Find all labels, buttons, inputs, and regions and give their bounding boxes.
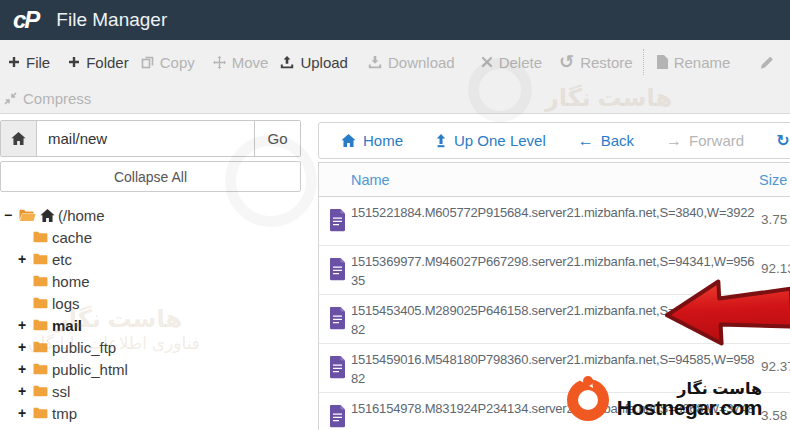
column-header-size[interactable]: Size bbox=[759, 172, 787, 188]
compress-icon bbox=[4, 92, 17, 105]
file-size: 92.37 bbox=[761, 310, 790, 325]
expand-icon[interactable]: + bbox=[18, 383, 33, 399]
home-icon bbox=[40, 209, 55, 222]
go-button[interactable]: Go bbox=[254, 121, 300, 156]
plus-icon bbox=[68, 56, 80, 68]
path-home-button[interactable] bbox=[1, 121, 37, 156]
folder-icon bbox=[33, 319, 48, 331]
rename-button-label: Rename bbox=[674, 54, 731, 71]
rename-button[interactable]: Rename bbox=[656, 54, 731, 71]
toolbar: File Folder Copy Move Upload Download De… bbox=[0, 40, 790, 114]
folder-icon bbox=[33, 363, 48, 375]
download-button[interactable]: Download bbox=[368, 54, 455, 71]
tree-item-tmp[interactable]: + tmp bbox=[0, 402, 308, 424]
copy-button-label: Copy bbox=[160, 54, 195, 71]
file-button[interactable]: File bbox=[8, 54, 50, 71]
tree-item-home[interactable]: home bbox=[0, 270, 308, 292]
file-name: 1515453405.M289025P646158.server21.mizba… bbox=[351, 301, 755, 339]
arrow-left-icon: ← bbox=[578, 133, 594, 149]
delete-button[interactable]: Delete bbox=[481, 54, 542, 71]
tree-item-public-ftp[interactable]: + public_ftp bbox=[0, 336, 308, 358]
nav-forward-button[interactable]: → Forward bbox=[666, 132, 744, 149]
download-button-label: Download bbox=[388, 54, 455, 71]
expand-icon[interactable]: + bbox=[18, 317, 33, 333]
table-row[interactable]: 1515453405.M289025P646158.server21.mizba… bbox=[319, 295, 790, 344]
tree-item-logs[interactable]: logs bbox=[0, 292, 308, 314]
home-icon bbox=[11, 132, 26, 145]
document-icon bbox=[328, 258, 347, 285]
pencil-icon bbox=[760, 55, 775, 69]
folder-button[interactable]: Folder bbox=[68, 54, 129, 71]
nav-back-button[interactable]: ← Back bbox=[578, 132, 634, 149]
tree-item-ssl[interactable]: + ssl bbox=[0, 380, 308, 402]
upload-icon bbox=[280, 56, 294, 69]
x-icon bbox=[481, 56, 493, 68]
nav-back-label: Back bbox=[601, 132, 634, 149]
hostnegar-branding: هاست نگار Hostnegar.com bbox=[565, 374, 762, 426]
upload-button[interactable]: Upload bbox=[280, 54, 348, 71]
tree-item-home-root[interactable]: − (/home bbox=[0, 204, 308, 226]
open-folder-icon bbox=[19, 209, 36, 222]
collapse-icon[interactable]: − bbox=[4, 207, 19, 223]
move-icon bbox=[213, 56, 226, 69]
compress-button-label: Compress bbox=[23, 90, 91, 107]
folder-icon bbox=[33, 297, 48, 309]
document-icon bbox=[328, 209, 347, 236]
folder-icon bbox=[33, 407, 48, 419]
expand-icon[interactable]: + bbox=[18, 251, 33, 267]
document-icon bbox=[328, 307, 347, 334]
nav-forward-label: Forward bbox=[689, 132, 744, 149]
delete-button-label: Delete bbox=[499, 54, 542, 71]
tree-item-label: (/home bbox=[58, 207, 105, 224]
path-bar: Go bbox=[0, 120, 301, 157]
tree-item-label: mail bbox=[52, 317, 82, 334]
plus-icon bbox=[8, 56, 20, 68]
restore-button[interactable]: ↺ Restore bbox=[559, 53, 633, 71]
copy-button[interactable]: Copy bbox=[141, 54, 195, 71]
tree-item-etc[interactable]: + etc bbox=[0, 248, 308, 270]
file-nav-bar: Home Up One Level ← Back → Forward ↻ Rel… bbox=[318, 122, 790, 159]
collapse-all-button[interactable]: Collapse All bbox=[0, 161, 301, 192]
nav-up-one-level-button[interactable]: Up One Level bbox=[435, 132, 546, 149]
directory-tree: − (/home cache + etc home logs + mail + … bbox=[0, 204, 308, 424]
hostnegar-logo-icon bbox=[565, 374, 611, 426]
tree-item-cache[interactable]: cache bbox=[0, 226, 308, 248]
expand-icon[interactable]: + bbox=[18, 405, 33, 421]
file-name: 1515221884.M605772P915684.server21.mizba… bbox=[351, 203, 755, 222]
nav-reload-button[interactable]: ↻ Reload bbox=[776, 132, 790, 149]
document-icon bbox=[328, 405, 347, 430]
tree-item-label: ssl bbox=[52, 383, 70, 400]
tree-item-mail[interactable]: + mail bbox=[0, 314, 308, 336]
tree-item-public-html[interactable]: + public_html bbox=[0, 358, 308, 380]
cpanel-logo: cP bbox=[13, 6, 38, 34]
nav-home-label: Home bbox=[363, 132, 403, 149]
arrow-right-icon: → bbox=[666, 133, 682, 149]
tree-item-label: public_ftp bbox=[52, 339, 116, 356]
edit-button[interactable] bbox=[760, 55, 775, 69]
folder-icon bbox=[33, 385, 48, 397]
table-row[interactable]: 1515221884.M605772P915684.server21.mizba… bbox=[319, 197, 790, 246]
column-header-name[interactable]: Name bbox=[351, 172, 390, 188]
tree-item-label: logs bbox=[52, 295, 80, 312]
arrow-up-icon bbox=[435, 134, 447, 148]
file-size: 92.37 bbox=[761, 359, 790, 374]
file-size: 3.58 bbox=[761, 408, 787, 423]
compress-button[interactable]: Compress bbox=[4, 90, 91, 107]
toolbar-divider bbox=[643, 49, 644, 75]
nav-up-label: Up One Level bbox=[454, 132, 546, 149]
file-size: 92.13 bbox=[761, 261, 790, 276]
move-button[interactable]: Move bbox=[213, 54, 269, 71]
nav-home-button[interactable]: Home bbox=[341, 132, 403, 149]
home-icon bbox=[341, 134, 356, 147]
table-row[interactable]: 1515369977.M946027P667298.server21.mizba… bbox=[319, 246, 790, 295]
download-icon bbox=[368, 56, 382, 69]
expand-icon[interactable]: + bbox=[18, 361, 33, 377]
restore-button-label: Restore bbox=[580, 54, 633, 71]
tree-item-label: home bbox=[52, 273, 90, 290]
tree-item-label: public_html bbox=[52, 361, 128, 378]
path-input[interactable] bbox=[37, 121, 254, 156]
brand-name-farsi: هاست نگار bbox=[617, 381, 762, 398]
expand-icon[interactable]: + bbox=[18, 339, 33, 355]
tree-item-label: cache bbox=[52, 229, 92, 246]
tree-item-label: etc bbox=[52, 251, 72, 268]
